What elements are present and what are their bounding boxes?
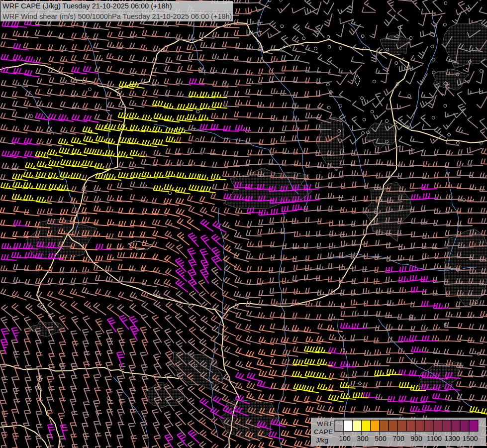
svg-text:J/kg: J/kg	[316, 437, 328, 444]
svg-text:100: 100	[339, 435, 351, 443]
svg-text:900: 900	[410, 435, 422, 443]
svg-text:WRF Wind shear (m/s) 500/1000h: WRF Wind shear (m/s) 500/1000hPa Tuesday…	[2, 12, 232, 20]
svg-text:CAPE: CAPE	[314, 428, 333, 436]
svg-text:WRF CAPE (J/kg) Tuesday 21-10-: WRF CAPE (J/kg) Tuesday 21-10-2025 06:00…	[2, 2, 172, 10]
svg-text:WRF: WRF	[317, 420, 334, 428]
svg-text:1100: 1100	[427, 435, 442, 443]
svg-text:300: 300	[357, 435, 369, 443]
svg-text:500: 500	[375, 435, 387, 443]
svg-text:1300: 1300	[444, 435, 460, 443]
svg-text:1500: 1500	[462, 435, 478, 443]
svg-text:700: 700	[392, 435, 404, 443]
